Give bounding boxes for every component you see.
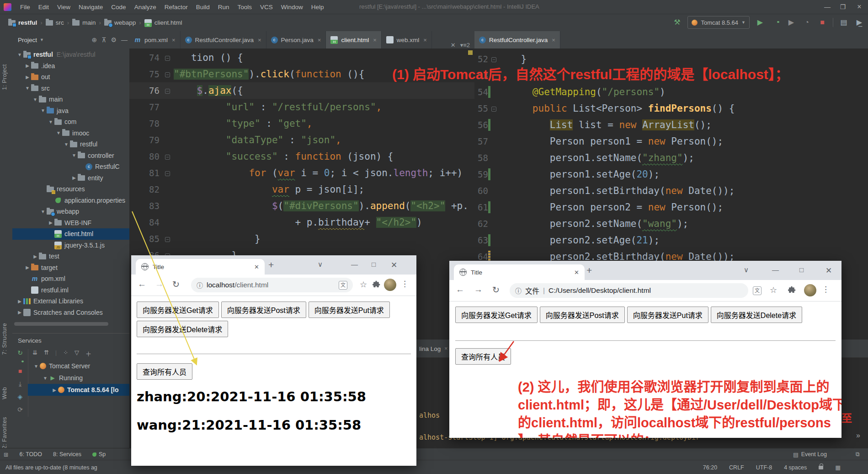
tool-window-tab-6-todo[interactable]: 6: TODO <box>19 451 42 458</box>
window-maximize-button[interactable]: □ <box>372 260 376 268</box>
send-request-button[interactable]: 向服务器发送Get请求 <box>137 302 219 318</box>
code-line[interactable]: 62 person2.setName("wang"); <box>474 215 868 232</box>
window-minimize-button[interactable]: — <box>351 260 358 268</box>
profile-avatar[interactable] <box>384 279 396 291</box>
window-minimize-button[interactable]: — <box>772 266 779 274</box>
window-maximize-button[interactable]: □ <box>799 266 804 274</box>
window-close-button[interactable]: ✕ <box>825 266 832 275</box>
tab-close-icon[interactable]: × <box>258 37 261 43</box>
send-request-button[interactable]: 向服务器发送Post请求 <box>221 302 306 318</box>
code-line[interactable]: 61 Person person2 = new Person(); <box>474 199 868 215</box>
lock-icon[interactable] <box>819 466 823 469</box>
code-line[interactable]: 54 @GetMapping("/persons") <box>474 84 868 100</box>
tab-web-xml[interactable]: web.xml× <box>382 31 432 48</box>
info-icon[interactable]: ⓘ <box>197 280 203 290</box>
tree-item-scratches-and-consoles[interactable]: ▶Scratches and Consoles <box>12 307 129 318</box>
extensions-puzzle-icon[interactable] <box>788 286 796 294</box>
tree-item-entity[interactable]: ▶entity <box>12 172 129 184</box>
bookmark-star-icon[interactable]: ☆ <box>770 285 777 295</box>
translate-icon[interactable]: 文 <box>339 281 347 290</box>
menu-item-analyze[interactable]: Analyze <box>130 4 160 11</box>
services-item-tomcat-server[interactable]: ▼Tomcat Server <box>28 360 129 372</box>
menu-item-refactor[interactable]: Refactor <box>160 4 192 11</box>
forward-icon[interactable]: → <box>474 285 483 295</box>
tree-item-client-html[interactable]: client.html <box>12 228 129 240</box>
run-button[interactable]: ▶ <box>755 16 765 28</box>
menu-item-edit[interactable]: Edit <box>34 4 53 11</box>
run-configuration-select[interactable]: Tomcat 8.5.64 ▼ <box>687 16 750 29</box>
tree-item-resources[interactable]: resources <box>12 183 129 195</box>
stripe-tab-favorites[interactable]: 2: Favorites <box>1 417 8 449</box>
rerun-server-icon[interactable]: ↻ <box>17 349 23 356</box>
code-line[interactable]: 84 + p.birthday+ "</h2>") <box>129 214 474 231</box>
window-minimize-button[interactable]: — <box>820 0 835 14</box>
browser-menu-icon[interactable]: ⋮ <box>401 279 409 289</box>
breadcrumb-item[interactable]: restful <box>6 19 39 26</box>
tab-restfulcontroller-java[interactable]: cRestfulController.java× <box>181 31 266 48</box>
send-request-button[interactable]: 向服务器发送Put请求 <box>627 307 708 323</box>
tab-client-html[interactable]: client.html× <box>326 31 381 48</box>
locate-file-icon[interactable]: ⊕ <box>91 36 97 43</box>
breadcrumb-item[interactable]: main <box>70 19 97 26</box>
extensions-puzzle-icon[interactable] <box>373 280 380 288</box>
code-line[interactable]: 82 var p = json[i]; <box>129 181 474 198</box>
send-request-button[interactable]: 向服务器发送Delete请求 <box>137 321 228 337</box>
terminal-icon[interactable]: ▶̲ <box>854 16 864 28</box>
menu-item-view[interactable]: View <box>53 4 75 11</box>
reload-icon[interactable]: ↻ <box>172 279 180 290</box>
translate-icon[interactable]: 文 <box>753 286 761 295</box>
tree-item-target[interactable]: ▶target <box>12 262 129 274</box>
stripe-tab-project[interactable]: 1: Project <box>1 64 8 90</box>
tree-item-webapp[interactable]: ▼webapp <box>12 206 129 217</box>
indent-setting[interactable]: 4 spaces <box>784 464 807 471</box>
expand-all-icon[interactable]: ⇊ <box>32 349 37 358</box>
new-tab-button[interactable]: + <box>586 265 592 276</box>
tab-close-icon[interactable]: × <box>373 37 377 43</box>
address-bar[interactable]: ⓘ localhost/client.html 文 <box>191 278 353 292</box>
window-maximize-button[interactable]: ❐ <box>835 0 851 14</box>
menu-item-tools[interactable]: Tools <box>234 4 256 11</box>
collapse-all-icon[interactable]: ⇈ <box>44 349 49 358</box>
code-line[interactable]: 58 person1.setName("zhang"); <box>474 150 868 166</box>
tree-item-test[interactable]: ▶test <box>12 251 129 262</box>
services-item-running[interactable]: ▼▶Running <box>28 372 129 384</box>
tree-item-restful[interactable]: ▼restful <box>12 139 129 150</box>
tree-item-main[interactable]: ▼main <box>12 94 129 105</box>
open-in-browser-icon[interactable]: ▤ <box>839 16 849 28</box>
menu-item-run[interactable]: Run <box>214 4 234 11</box>
tab-pom-xml[interactable]: mpom.xml× <box>129 31 181 48</box>
tree-item-imooc[interactable]: ▼imooc <box>12 128 129 139</box>
code-line[interactable]: 60 person1.setBirthday(new Date()); <box>474 183 868 199</box>
filter-icon[interactable]: ▽ <box>75 349 79 358</box>
code-line[interactable]: 85 } <box>129 231 474 247</box>
menu-item-window[interactable]: Window <box>277 4 307 11</box>
deploy-icon[interactable]: ⤓ <box>19 380 21 388</box>
profile-avatar[interactable] <box>804 284 816 296</box>
new-tab-button[interactable]: + <box>268 259 274 270</box>
tab-restfulcontroller-java[interactable]: cRestfulController.java× <box>474 31 560 48</box>
window-close-button[interactable]: ✕ <box>391 260 397 270</box>
tree-item-out[interactable]: ▶out <box>12 71 129 83</box>
bookmark-star-icon[interactable]: ☆ <box>360 280 367 290</box>
artifact-icon[interactable]: ◈ <box>18 393 23 400</box>
menu-item-navigate[interactable]: Navigate <box>75 4 107 11</box>
tab-close-icon[interactable]: × <box>318 37 321 43</box>
breadcrumb-item[interactable]: src <box>44 19 66 26</box>
tree-item-src[interactable]: ▼src <box>12 83 129 94</box>
send-request-button[interactable]: 向服务器发送Get请求 <box>455 307 538 323</box>
tool-window-tab-8-services[interactable]: 8: Services <box>53 451 81 458</box>
tree-item-com[interactable]: ▼com <box>12 116 129 128</box>
menu-item-file[interactable]: File <box>16 4 34 11</box>
tab-close-icon[interactable]: × <box>172 37 176 43</box>
run-with-coverage-button[interactable]: ▶ <box>786 16 796 28</box>
tree-item-jquery-3-5-1-js[interactable]: jquery-3.5.1.js <box>12 240 129 251</box>
browser-menu-icon[interactable]: ⋮ <box>822 285 830 294</box>
tool-switcher-icon[interactable]: ⊞ <box>4 451 8 458</box>
code-line[interactable]: 79 "dataType" : "json", <box>129 132 474 148</box>
collapse-all-icon[interactable]: ⊼ <box>101 36 106 43</box>
menu-item-vcs[interactable]: VCS <box>256 4 277 11</box>
tree-item-java[interactable]: ▼java <box>12 105 129 117</box>
chevron-down-icon[interactable]: ▼ <box>40 38 44 42</box>
code-line[interactable]: 59 person1.setAge(20); <box>474 166 868 183</box>
code-line[interactable]: 56 List list = new ArrayList(); <box>474 117 868 133</box>
